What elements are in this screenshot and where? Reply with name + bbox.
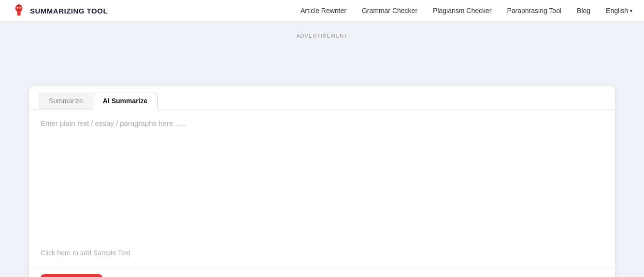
tool-card: Summarize AI Summarize Click here to add… xyxy=(29,86,615,277)
nav-blog[interactable]: Blog xyxy=(577,7,590,14)
main-content: ADVERTISEMENT Summarize AI Summarize Cli… xyxy=(0,21,644,277)
svg-rect-4 xyxy=(17,10,21,11)
ad-banner: ADVERTISEMENT xyxy=(29,31,615,78)
nav-grammar-checker[interactable]: Grammar Checker xyxy=(362,7,417,14)
brand-name: SUMMARIZING TOOL xyxy=(30,7,108,15)
sample-text-link[interactable]: Click here to add Sample Text xyxy=(41,249,130,257)
ai-summarize-tab[interactable]: AI Summarize xyxy=(93,93,158,110)
nav-plagiarism-checker[interactable]: Plagiarism Checker xyxy=(433,7,491,14)
brand-logo-icon xyxy=(12,3,26,18)
nav-links: Article Rewriter Grammar Checker Plagiar… xyxy=(301,7,632,14)
summarize-tab[interactable]: Summarize xyxy=(39,93,93,109)
nav-paraphrasing-tool[interactable]: Paraphrasing Tool xyxy=(507,7,561,14)
text-input[interactable] xyxy=(41,119,603,245)
language-label: English xyxy=(606,7,628,14)
ad-space xyxy=(29,40,615,78)
nav-article-rewriter[interactable]: Article Rewriter xyxy=(301,7,346,14)
svg-rect-1 xyxy=(17,12,21,16)
text-area-wrapper: Click here to add Sample Text xyxy=(29,110,615,267)
tabs-bar: Summarize AI Summarize xyxy=(29,86,615,110)
svg-point-3 xyxy=(20,7,21,9)
chevron-down-icon: ▾ xyxy=(630,8,632,14)
brand: SUMMARIZING TOOL xyxy=(12,3,108,18)
summarize-button[interactable]: Summarize xyxy=(41,274,102,277)
svg-point-2 xyxy=(17,7,18,9)
svg-marker-5 xyxy=(15,4,23,7)
language-selector[interactable]: English ▾ xyxy=(606,7,632,14)
navbar: SUMMARIZING TOOL Article Rewriter Gramma… xyxy=(0,0,644,21)
ad-label: ADVERTISEMENT xyxy=(296,33,347,39)
toolbar-bottom: Summarize Upload 0 Words xyxy=(29,267,615,277)
toolbar-left: Summarize Upload xyxy=(41,274,147,277)
